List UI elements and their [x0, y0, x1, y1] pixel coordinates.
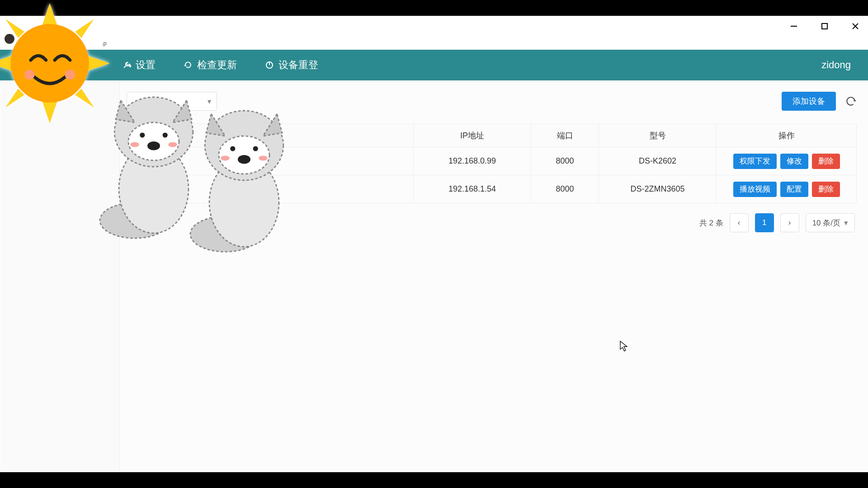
svg-point-32 — [238, 155, 250, 164]
path-bar: .p — [0, 36, 868, 50]
main-navbar: 设置 检查更新 设备重登 zidong — [0, 50, 868, 80]
svg-rect-1 — [822, 23, 827, 29]
svg-point-25 — [168, 142, 177, 147]
table-header-ip: IP地址 — [414, 124, 531, 147]
svg-marker-7 — [42, 101, 57, 123]
nav-settings-label: 设置 — [136, 58, 156, 72]
svg-point-14 — [10, 24, 89, 103]
pagination-size-label: 10 条/页 — [812, 218, 840, 228]
pagination-page-1[interactable]: 1 — [755, 213, 774, 232]
row-action-button[interactable]: 配置 — [780, 182, 808, 197]
svg-marker-10 — [5, 19, 24, 38]
window-maximize-button[interactable] — [820, 22, 829, 31]
svg-marker-12 — [5, 89, 24, 108]
svg-marker-11 — [75, 19, 94, 38]
refresh-icon — [184, 61, 193, 70]
window-close-button[interactable] — [851, 22, 860, 31]
svg-point-30 — [230, 146, 235, 151]
power-icon — [265, 61, 274, 70]
table-cell-ops: 权限下发修改删除 — [717, 147, 857, 175]
window-minimize-button[interactable] — [789, 22, 798, 31]
row-action-button[interactable]: 修改 — [780, 154, 808, 169]
svg-point-23 — [147, 141, 160, 150]
svg-point-33 — [221, 155, 230, 160]
fox-sticker-2 — [181, 95, 307, 258]
wrench-icon — [122, 61, 131, 70]
table-cell-ops: 播放视频配置删除 — [717, 175, 857, 203]
refresh-button[interactable] — [845, 95, 857, 107]
table-cell-model: DS-2ZMN3605 — [599, 175, 717, 203]
row-action-button[interactable]: 删除 — [812, 154, 840, 169]
user-menu[interactable]: zidong — [821, 59, 868, 71]
user-name: zidong — [821, 59, 851, 71]
svg-point-24 — [130, 142, 139, 147]
row-action-button[interactable]: 播放视频 — [733, 182, 777, 197]
nav-device-relogin[interactable]: 设备重登 — [265, 58, 318, 72]
table-cell-ip: 192.168.1.54 — [414, 175, 531, 203]
nav-check-update[interactable]: 检查更新 — [184, 58, 237, 72]
table-header-port: 端口 — [531, 124, 599, 147]
svg-point-34 — [259, 155, 268, 160]
svg-point-31 — [253, 146, 258, 151]
table-header-model: 型号 — [599, 124, 717, 147]
svg-marker-9 — [88, 56, 110, 71]
table-cell-model: DS-K2602 — [599, 147, 717, 175]
chevron-down-icon: ▾ — [844, 218, 848, 228]
table-cell-port: 8000 — [531, 147, 599, 175]
nav-device-relogin-label: 设备重登 — [278, 58, 318, 72]
table-cell-port: 8000 — [531, 175, 599, 203]
pagination-prev[interactable]: ‹ — [730, 213, 749, 232]
row-action-button[interactable]: 删除 — [812, 182, 840, 197]
svg-marker-6 — [42, 3, 57, 25]
add-device-button[interactable]: 添加设备 — [782, 92, 836, 111]
svg-point-21 — [140, 132, 145, 137]
nav-settings[interactable]: 设置 — [122, 58, 156, 72]
svg-point-16 — [65, 70, 75, 80]
svg-point-15 — [24, 70, 34, 80]
pagination-total: 共 2 条 — [699, 218, 723, 228]
cursor-icon — [619, 340, 628, 352]
pagination-size-select[interactable]: 10 条/页 ▾ — [806, 213, 855, 232]
window-titlebar — [0, 16, 868, 36]
svg-point-22 — [163, 132, 168, 137]
pagination-next[interactable]: › — [780, 213, 799, 232]
nav-check-update-label: 检查更新 — [197, 58, 237, 72]
svg-marker-8 — [0, 56, 12, 71]
row-action-button[interactable]: 权限下发 — [733, 154, 777, 169]
table-header-ops: 操作 — [717, 124, 857, 147]
table-cell-ip: 192.168.0.99 — [414, 147, 531, 175]
